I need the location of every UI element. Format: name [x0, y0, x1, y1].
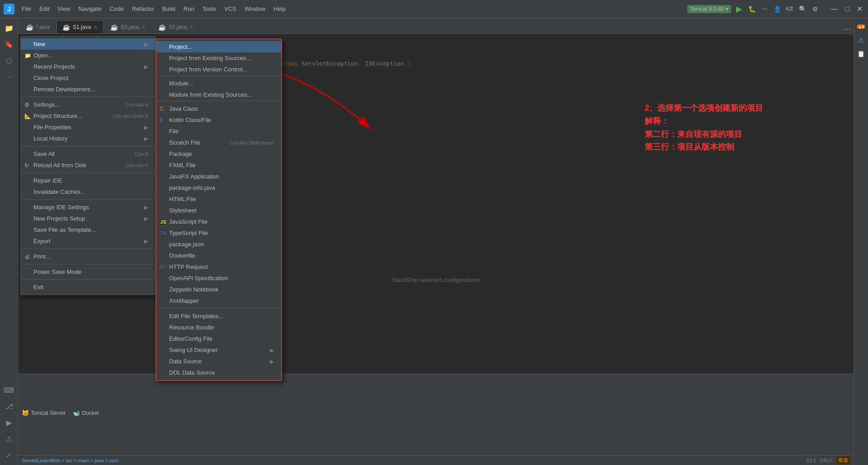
run-console-icon[interactable]: ▶ [3, 416, 15, 429]
menu-item-new-projects-setup[interactable]: New Projects Setup ▶ [21, 213, 156, 224]
menu-item-local-history[interactable]: Local History ▶ [21, 133, 156, 144]
project-icon[interactable]: 📁 [3, 22, 15, 34]
tab-s1[interactable]: ☕ S1.java ✕ [57, 20, 104, 33]
menu-code[interactable]: Code [106, 4, 127, 14]
new-javafx-item[interactable]: JavaFX Application [156, 171, 281, 182]
new-xxxmapper-item[interactable]: XxxMapper [156, 295, 281, 306]
close-button[interactable]: ✕ [855, 5, 864, 13]
new-zeppelin-item[interactable]: Zeppelin Notebook [156, 284, 281, 295]
new-js-item[interactable]: JS JavaScript File [156, 216, 281, 227]
docker-item[interactable]: 🐋 Docker [73, 409, 99, 416]
cursor-position[interactable]: 23:1 [807, 458, 816, 463]
menu-item-close[interactable]: Close Project [21, 72, 156, 84]
debug-button[interactable]: 🐛 [747, 5, 756, 14]
tab-close-s3[interactable]: ✕ [142, 24, 146, 30]
run-button[interactable]: ▶ [735, 5, 744, 14]
youdao-label[interactable]: 有道 [836, 456, 850, 464]
menu-item-export[interactable]: Export ▶ [21, 235, 156, 247]
new-fxml-item[interactable]: FXML File [156, 160, 281, 171]
settings-icon[interactable]: ⚙ [811, 5, 820, 14]
menu-run[interactable]: Run [180, 4, 198, 14]
account-icon[interactable]: 👤 [773, 5, 782, 14]
new-scratch-item[interactable]: Scratch File Ctrl+Alt+Shift+Insert [156, 137, 281, 148]
menu-vcs[interactable]: VCS [221, 4, 240, 14]
menu-edit[interactable]: Edit [36, 4, 53, 14]
new-ts-item[interactable]: TS TypeScript File [156, 227, 281, 239]
new-http-item[interactable]: API HTTP Request [156, 261, 281, 272]
notifications-icon[interactable]: ▲5 [856, 22, 866, 32]
tab-s2[interactable]: ☕ S2.java ✕ [152, 20, 199, 33]
new-file-item[interactable]: File [156, 126, 281, 137]
menu-view[interactable]: View [54, 4, 74, 14]
new-editorconfig-item[interactable]: EditorConfig File [156, 333, 281, 344]
bookmark-icon[interactable]: 🔖 [3, 38, 15, 51]
todo-icon[interactable]: ✓ [3, 449, 15, 461]
menu-item-recent[interactable]: Recent Projects ▶ [21, 61, 156, 72]
menu-item-repair[interactable]: Repair IDE [21, 175, 156, 186]
new-project-item[interactable]: Project... [156, 41, 281, 52]
left-sidebar: 📁 🔖 ⬡ ⋯ ⌨ ⎇ ▶ ⚠ ✓ [0, 18, 18, 465]
menu-item-open[interactable]: 📁 Open... [21, 50, 156, 61]
search-icon[interactable]: 🔍 [798, 5, 807, 14]
menu-file[interactable]: File [18, 4, 35, 14]
encoding-label[interactable]: CRLF [820, 458, 833, 463]
problems-icon[interactable]: ⚠ [3, 432, 15, 445]
new-swing-item[interactable]: Swing UI Designer ▶ [156, 344, 281, 356]
minimize-button[interactable]: — [829, 5, 840, 13]
tab-java-star[interactable]: ☕ *.java [20, 20, 56, 33]
menu-item-settings[interactable]: ⚙ Settings... Ctrl+Alt+S [21, 99, 156, 110]
recent-arrow-icon: ▶ [144, 64, 148, 70]
new-openapi-item[interactable]: OpenAPI Specification [156, 272, 281, 284]
menu-item-remote[interactable]: Remote Development... [21, 84, 156, 95]
translate-icon[interactable]: A文 [785, 5, 794, 14]
new-ddl-datasource-item[interactable]: DDL Data Source [156, 367, 281, 378]
menu-item-new[interactable]: New ▶ Project... Project from Existing S… [21, 38, 156, 50]
menu-item-project-structure[interactable]: 📐 Project Structure... Ctrl+Alt+Shift+S [21, 110, 156, 122]
menu-item-power-save[interactable]: Power Save Mode [21, 266, 156, 277]
new-stylesheet-item[interactable]: Stylesheet [156, 205, 281, 216]
tab-more-icon[interactable]: ⋯ [843, 24, 852, 33]
separator5 [21, 249, 156, 249]
menu-item-print[interactable]: 🖨 Print... [21, 251, 156, 262]
menu-item-exit[interactable]: Exit [21, 282, 156, 293]
menu-item-invalidate[interactable]: Invalidate Caches... [21, 186, 156, 197]
tab-close-s1[interactable]: ✕ [94, 24, 98, 30]
terminal-icon[interactable]: ⌨ [3, 384, 15, 396]
more-tools-icon[interactable]: ⋯ [3, 70, 15, 83]
problems-panel-icon[interactable]: ⚠ [856, 35, 866, 45]
tomcat-run-button[interactable]: Tomcat 9.0.80 ▾ [687, 5, 731, 13]
tab-s3[interactable]: ☕ S3.java ✕ [104, 20, 151, 33]
new-project-existing-item[interactable]: Project from Existing Sources... [156, 52, 281, 64]
menu-item-reload[interactable]: ↻ Reload All from Disk Ctrl+Alt+Y [21, 160, 156, 171]
menu-help[interactable]: Help [270, 4, 289, 14]
tab-close-s2[interactable]: ✕ [189, 24, 193, 30]
new-kotlin-item[interactable]: K Kotlin Class/File [156, 114, 281, 126]
structure-icon[interactable]: ⬡ [3, 54, 15, 67]
new-resource-bundle-item[interactable]: Resource Bundle [156, 322, 281, 333]
maximize-button[interactable]: □ [843, 5, 851, 13]
menu-build[interactable]: Build [159, 4, 179, 14]
new-project-vcs-item[interactable]: Project from Version Control... [156, 64, 281, 76]
menu-refactor[interactable]: Refactor [128, 4, 158, 14]
new-packagejson-item[interactable]: package.json [156, 239, 281, 250]
new-datasource-item[interactable]: Data Source ▶ [156, 356, 281, 367]
new-java-class-item[interactable]: C Java Class [156, 103, 281, 114]
new-packageinfo-item[interactable]: package-info.java [156, 182, 281, 193]
menu-item-manage-ide[interactable]: Manage IDE Settings ▶ [21, 202, 156, 213]
new-edit-templates-item[interactable]: Edit File Templates... [156, 310, 281, 322]
menu-window[interactable]: Window [241, 4, 269, 14]
new-dockerfile-item[interactable]: Dockerfile [156, 250, 281, 261]
menu-item-save-all[interactable]: Save All Ctrl+S [21, 148, 156, 160]
menu-navigate[interactable]: Navigate [75, 4, 105, 14]
menu-tools[interactable]: Tools [199, 4, 220, 14]
new-html-item[interactable]: HTML File [156, 193, 281, 205]
new-module-item[interactable]: Module... [156, 78, 281, 89]
menu-item-file-properties[interactable]: File Properties ▶ [21, 122, 156, 133]
event-log-icon[interactable]: 📋 [856, 49, 866, 59]
more-run-button[interactable]: ⋯ [760, 5, 769, 14]
menu-item-save-template[interactable]: Save File as Template... [21, 224, 156, 235]
git-icon[interactable]: ⎇ [3, 400, 15, 413]
new-package-item[interactable]: Package [156, 148, 281, 160]
tomcat-server-item[interactable]: 🐱 Tomcat Server [22, 409, 66, 416]
new-module-existing-item[interactable]: Module from Existing Sources... [156, 89, 281, 101]
